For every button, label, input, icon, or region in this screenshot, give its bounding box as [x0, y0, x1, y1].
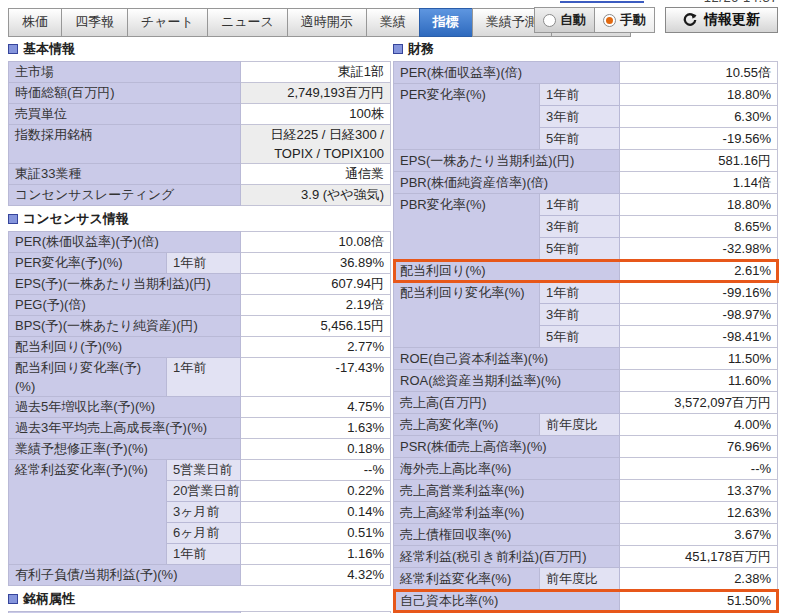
- table-row: 自己資本比率(%)51.50%: [394, 590, 778, 612]
- row-label: 売上高経常利益率(%): [394, 502, 620, 524]
- clipped-link-fragment[interactable]: [560, 1, 644, 3]
- refresh-button-label: 情報更新: [704, 11, 760, 29]
- section-square-icon: [393, 44, 403, 54]
- row-value: 0.51%: [241, 523, 391, 544]
- consensus-table: PER(株価収益率)(予)(倍)10.08倍PER変化率(予)(%)1年前36.…: [8, 231, 391, 586]
- row-value: 13.37%: [620, 480, 778, 502]
- row-label: 主市場: [9, 62, 241, 83]
- row-value: 2.38%: [620, 568, 778, 590]
- table-row: PSR(株価売上高倍率)(%)76.96%: [394, 436, 778, 458]
- row-value: 4.00%: [620, 414, 778, 436]
- table-row: PEG(予)(倍)2.19倍: [9, 295, 391, 316]
- row-value: 18.80%: [620, 194, 778, 216]
- section-square-icon: [8, 44, 18, 54]
- radio-circle-checked-icon: [603, 14, 616, 27]
- row-label: 過去5年増収比率(予)(%): [9, 397, 241, 418]
- row-sublabel: 5営業日前: [167, 460, 241, 481]
- content-columns: 基本情報 主市場東証1部時価総額(百万円)2,749,193百万円売買単位100…: [8, 36, 777, 613]
- basic-info-table: 主市場東証1部時価総額(百万円)2,749,193百万円売買単位100株指数採用…: [8, 61, 391, 206]
- row-label: 海外売上高比率(%): [394, 458, 620, 480]
- row-sublabel: 3年前: [540, 304, 620, 326]
- tab-news[interactable]: ニュース: [207, 8, 288, 37]
- table-row: PER変化率(%)1年前18.80%: [394, 84, 778, 106]
- tab-stock-price[interactable]: 株価: [8, 8, 62, 37]
- row-value: 2.77%: [241, 337, 391, 358]
- row-label: 売上高営業利益率(%): [394, 480, 620, 502]
- table-row: 経常利益(税引き前利益)(百万円)451,178百万円: [394, 546, 778, 568]
- table-row: 売上高(百万円)3,572,097百万円: [394, 392, 778, 414]
- row-value: 3.67%: [620, 524, 778, 546]
- radio-manual[interactable]: 手動: [594, 7, 655, 33]
- row-sublabel: 1年前: [540, 282, 620, 304]
- row-value: 1.16%: [241, 544, 391, 565]
- row-label: 自己資本比率(%): [394, 590, 620, 612]
- tab-disclosure[interactable]: 適時開示: [287, 8, 367, 37]
- table-row: 主市場東証1部: [9, 62, 391, 83]
- tab-chart[interactable]: チャート: [127, 8, 208, 37]
- row-value: 36.89%: [241, 253, 391, 274]
- table-row: 過去5年増収比率(予)(%)4.75%: [9, 397, 391, 418]
- row-value: 4.32%: [241, 565, 391, 586]
- row-label: EPS(予)(一株あたり当期利益)(円): [9, 274, 241, 295]
- tab-indicators[interactable]: 指標: [419, 8, 473, 37]
- row-value: 6.30%: [620, 106, 778, 128]
- row-label: 経常利益(税引き前利益)(百万円): [394, 546, 620, 568]
- table-row: 指数採用銘柄日経225 / 日経300 / TOPIX / TOPIX100: [9, 125, 391, 164]
- table-row: PBR(株価純資産倍率)(倍)1.14倍: [394, 172, 778, 194]
- row-sublabel: 前年度比: [540, 414, 620, 436]
- row-value: 76.96%: [620, 436, 778, 458]
- radio-auto-label: 自動: [560, 11, 586, 29]
- row-label: 経常利益変化率(予)(%): [9, 460, 167, 565]
- row-label: ROE(自己資本利益率)(%): [394, 348, 620, 370]
- table-row: 過去3年平均売上高成長率(予)(%)1.63%: [9, 418, 391, 439]
- table-row: 経常利益変化率(予)(%)5営業日前--%: [9, 460, 391, 481]
- section-title-text: コンセンサス情報: [23, 210, 129, 228]
- row-label: BPS(予)(一株あたり純資産)(円): [9, 316, 241, 337]
- row-value: --%: [241, 460, 391, 481]
- row-label: 指数採用銘柄: [9, 125, 241, 164]
- tab-shikiho[interactable]: 四季報: [61, 8, 128, 37]
- tab-results[interactable]: 業績: [366, 8, 420, 37]
- row-label: 売上高変化率(%): [394, 414, 540, 436]
- row-label: 業績予想修正率(予)(%): [9, 439, 241, 460]
- row-label: 過去3年平均売上高成長率(予)(%): [9, 418, 241, 439]
- table-row: 有利子負債/当期利益(予)(%)4.32%: [9, 565, 391, 586]
- right-column: 財務 PER(株価収益率)(倍)10.55倍PER変化率(%)1年前18.80%…: [393, 36, 777, 613]
- section-title-text: 銘柄属性: [23, 590, 75, 608]
- section-square-icon: [8, 214, 18, 224]
- update-controls: 自動 手動 情報更新: [534, 7, 778, 33]
- section-title-text: 財務: [408, 40, 434, 58]
- row-value: 607.94円: [241, 274, 391, 295]
- row-sublabel: 1年前: [167, 544, 241, 565]
- row-label: 売買単位: [9, 104, 241, 125]
- table-row: コンセンサスレーティング3.9 (やや強気): [9, 185, 391, 206]
- section-square-icon: [8, 594, 18, 604]
- row-value: 通信業: [241, 164, 391, 185]
- row-value: 10.08倍: [241, 232, 391, 253]
- row-label: PBR(株価純資産倍率)(倍): [394, 172, 620, 194]
- row-value: 581.16円: [620, 150, 778, 172]
- row-label: PEG(予)(倍): [9, 295, 241, 316]
- row-label: 配当利回り(%): [394, 260, 620, 282]
- row-label: PER変化率(予)(%): [9, 253, 167, 274]
- table-row: 配当利回り変化率(予)(%)1年前-17.43%: [9, 358, 391, 397]
- row-value: 8.65%: [620, 216, 778, 238]
- radio-auto[interactable]: 自動: [534, 7, 594, 33]
- row-value: 5,456.15円: [241, 316, 391, 337]
- table-row: 売買単位100株: [9, 104, 391, 125]
- table-row: ROA(総資産当期利益率)(%)11.60%: [394, 370, 778, 392]
- refresh-button[interactable]: 情報更新: [665, 7, 778, 33]
- table-row: EPS(予)(一株あたり当期利益)(円)607.94円: [9, 274, 391, 295]
- row-sublabel: 3年前: [540, 216, 620, 238]
- row-value: -19.56%: [620, 128, 778, 150]
- row-value: 12.63%: [620, 502, 778, 524]
- table-row: 売上高経常利益率(%)12.63%: [394, 502, 778, 524]
- row-value: 3.9 (やや強気): [241, 185, 391, 206]
- table-row: ROE(自己資本利益率)(%)11.50%: [394, 348, 778, 370]
- row-value: 2,749,193百万円: [241, 83, 391, 104]
- table-row: 経常利益変化率(%)前年度比2.38%: [394, 568, 778, 590]
- row-value: 11.60%: [620, 370, 778, 392]
- row-value: 東証1部: [241, 62, 391, 83]
- refresh-icon: [683, 13, 697, 27]
- table-row: 配当利回り(予)(%)2.77%: [9, 337, 391, 358]
